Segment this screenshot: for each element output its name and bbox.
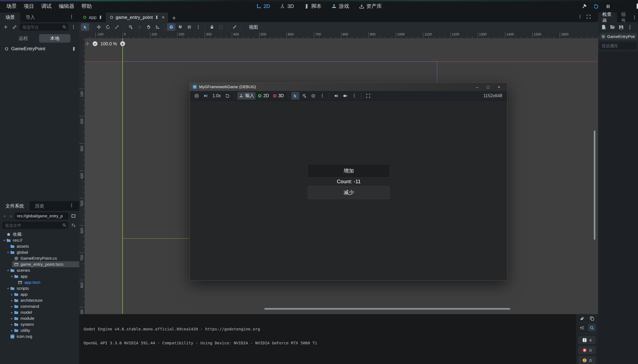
file-tree-item-icon.svg[interactable]: icon.svg <box>0 333 79 339</box>
tool-pick-button[interactable] <box>135 23 144 31</box>
chevron-right-icon[interactable]: ▸ <box>10 329 14 332</box>
sort-files-button[interactable] <box>70 222 77 229</box>
close-button[interactable]: × <box>494 83 504 91</box>
build-button[interactable] <box>580 2 588 10</box>
tool-suspend-button[interactable] <box>193 92 201 100</box>
file-tree-item-module[interactable]: ▸module <box>0 315 79 321</box>
cutoff-stop-icon[interactable] <box>637 4 638 9</box>
zoom-out-button[interactable]: − <box>93 41 98 46</box>
warnings-count-badge[interactable]: 0 <box>578 356 596 364</box>
filter-files-input[interactable] <box>2 222 68 229</box>
chevron-down-icon[interactable]: ▾ <box>6 287 10 290</box>
filesystem-dock-menu-icon[interactable] <box>69 203 74 208</box>
tool-select-button[interactable] <box>291 92 299 100</box>
scene-tabs-menu-icon[interactable] <box>578 14 582 19</box>
chevron-right-icon[interactable]: ▸ <box>10 305 14 308</box>
file-tree-item-gameentrypoint.tscn[interactable]: game_entry_point.tscn <box>0 261 79 267</box>
file-tree-item-architecture[interactable]: ▸architecture <box>0 297 79 303</box>
tool-move-button[interactable] <box>94 23 103 31</box>
switch-3D[interactable]: 3D <box>280 3 294 9</box>
tool-reset-button[interactable] <box>223 92 232 100</box>
remote-button[interactable]: 远程 <box>8 34 39 43</box>
menu-debug[interactable]: 调试 <box>38 1 55 11</box>
tool-listsel-button[interactable] <box>126 23 135 31</box>
search-output-button[interactable] <box>588 324 596 331</box>
tool-select-button[interactable] <box>81 23 89 31</box>
tool-scale-button[interactable] <box>113 23 121 31</box>
tool-dots-button[interactable] <box>350 92 358 100</box>
chevron-down-icon[interactable]: ▾ <box>10 275 14 278</box>
file-tree-item-assets[interactable]: assets <box>0 243 79 249</box>
tab-history[interactable]: 历史 <box>29 201 50 211</box>
scene-tree-menu-button[interactable] <box>70 23 77 31</box>
tool-listsel-button[interactable] <box>300 92 308 100</box>
tool-pan-button[interactable] <box>144 23 153 31</box>
输入-button[interactable]: 输入 <box>237 92 256 100</box>
close-tab-icon[interactable]: × <box>162 15 164 20</box>
inspector-menu-icon[interactable] <box>627 25 633 30</box>
file-tree-item-system[interactable]: ▸system <box>0 321 79 327</box>
center-view-icon[interactable] <box>85 42 90 46</box>
distraction-free-icon[interactable] <box>586 14 591 19</box>
tool-lock-button[interactable] <box>208 23 216 31</box>
tool-group-button[interactable] <box>217 23 225 31</box>
decrease-button[interactable]: 减少 <box>308 186 390 199</box>
scene-tree-root-node[interactable]: GameEntryPoint <box>0 45 79 52</box>
edited-object-chip[interactable]: GameEntryPoint.cs <box>599 33 637 40</box>
chevron-right-icon[interactable]: ▸ <box>10 311 14 314</box>
switch-游戏[interactable]: 游戏 <box>331 3 349 10</box>
save-resource-icon[interactable] <box>619 25 624 30</box>
file-tree-item-app[interactable]: ▸app <box>0 291 79 297</box>
menu-project[interactable]: 项目 <box>20 1 38 11</box>
tool-grid-button[interactable] <box>185 23 193 31</box>
tool-nextframe-button[interactable] <box>202 92 210 100</box>
file-tree-item-app[interactable]: ▾app <box>0 273 79 279</box>
file-tree-item-app.tscn[interactable]: app.tscn <box>0 279 79 285</box>
view-menu-button[interactable]: 视图 <box>246 23 261 31</box>
switch-2D[interactable]: 2D <box>256 3 270 9</box>
switch-脚本[interactable]: 脚本 <box>304 3 321 10</box>
game-window-titlebar[interactable]: MyGFrameworkGame (DEBUG) – □ × <box>190 83 507 91</box>
switch-资产库[interactable]: 资产库 <box>359 3 382 10</box>
output-log[interactable]: Godot Engine v4.6.stable.mono.official.8… <box>79 314 576 364</box>
restart-button[interactable] <box>592 2 600 10</box>
clear-output-button[interactable] <box>578 315 586 322</box>
tool-dots-button[interactable] <box>318 92 326 100</box>
tool-camera-button[interactable] <box>341 92 349 100</box>
attached-script-icon[interactable] <box>72 47 76 51</box>
tool-ruler-button[interactable] <box>153 23 162 31</box>
tab-scene-dock[interactable]: 场景 <box>0 13 20 22</box>
chevron-right-icon[interactable]: ▸ <box>10 317 14 320</box>
game-debug-window[interactable]: MyGFrameworkGame (DEBUG) – □ × 1.0x输入2D3… <box>190 82 507 281</box>
file-tree-item-command[interactable]: ▸command <box>0 303 79 309</box>
zoom-level[interactable]: 100.0 % <box>101 41 117 46</box>
tool-fullscreen-button[interactable] <box>364 92 372 100</box>
scene-dock-menu-icon[interactable] <box>69 14 74 19</box>
tab-scene-game-entry-point[interactable]: game_entry_point × <box>106 13 168 22</box>
add-scene-tab-icon[interactable] <box>172 16 176 20</box>
instance-scene-button[interactable] <box>11 23 18 31</box>
collapse-messages-button[interactable] <box>578 324 586 331</box>
menu-scene[interactable]: 场景 <box>3 1 20 11</box>
tab-inspector[interactable]: 检查器 <box>598 13 617 22</box>
tab-scene-app[interactable]: app <box>79 13 106 22</box>
chevron-right-icon[interactable]: ▸ <box>10 323 14 326</box>
add-node-button[interactable] <box>2 23 9 31</box>
filter-properties-input[interactable] <box>599 42 637 49</box>
tool-magnet-button[interactable] <box>176 23 184 31</box>
file-tree-item-res[interactable]: ▾res:// <box>0 237 79 243</box>
toggle-split-mode-button[interactable] <box>70 212 77 220</box>
errors-count-badge[interactable]: 0 <box>578 346 596 354</box>
tab-import-dock[interactable]: 导入 <box>20 13 40 22</box>
tool-rotate-button[interactable] <box>104 23 112 31</box>
local-button[interactable]: 本地 <box>39 34 70 43</box>
horizontal-scrollbar[interactable] <box>264 308 510 310</box>
file-tree-item-[interactable]: 收藏: <box>0 231 79 237</box>
copy-output-button[interactable] <box>588 315 596 322</box>
filter-nodes-input[interactable] <box>20 23 68 31</box>
playback-speed[interactable]: 1.0x <box>211 93 223 98</box>
load-resource-icon[interactable] <box>610 25 615 30</box>
nav-back-icon[interactable]: ‹ <box>2 213 7 219</box>
chevron-down-icon[interactable]: ▾ <box>6 269 10 272</box>
tool-speaker-button[interactable] <box>332 92 340 100</box>
